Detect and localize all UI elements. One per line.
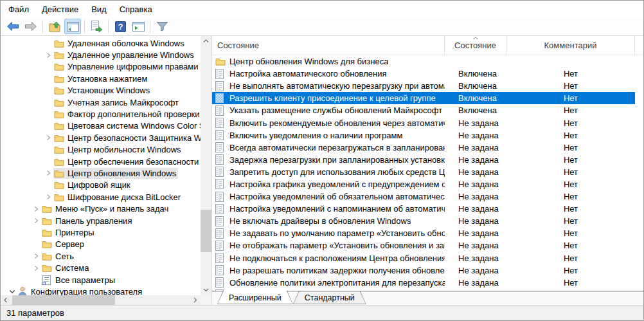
tree-item-body[interactable]: Шифрование диска BitLocker xyxy=(53,192,183,203)
tree-expand-box[interactable] xyxy=(44,96,53,108)
tree-row[interactable]: Управление цифровыми правами Win xyxy=(1,61,201,73)
tree-scroll-right-button[interactable] xyxy=(190,295,201,305)
tree-expand-box[interactable] xyxy=(31,239,41,250)
tree-item-body[interactable]: Установщик Windows xyxy=(53,85,152,96)
tree-row[interactable]: Учетная запись Майкрософт xyxy=(1,96,201,108)
column-header-comment[interactable]: Комментарий xyxy=(506,36,635,55)
tree-item-body[interactable]: Сервер xyxy=(41,239,86,250)
tree-item-body[interactable]: Центр обновления Windows xyxy=(53,168,178,179)
column-header-state[interactable]: Состояние xyxy=(445,36,506,55)
policy-list-row[interactable]: Разрешить клиенту присоединение к целево… xyxy=(212,92,635,104)
tree-row[interactable]: Центр безопасности Защитника Wind xyxy=(1,132,201,143)
menu-item[interactable]: Файл xyxy=(2,2,35,17)
tree-item-body[interactable]: Меню «Пуск» и панель задач xyxy=(41,203,170,214)
tree-expand-box[interactable] xyxy=(31,250,41,262)
tree-row[interactable]: Удаленная оболочка Windows xyxy=(1,37,201,49)
up-one-level-button[interactable] xyxy=(46,19,63,34)
tree-expand-box[interactable] xyxy=(44,179,53,191)
tree-item-body[interactable]: Панель управления xyxy=(41,216,134,226)
tree-scroll-down-button[interactable] xyxy=(201,285,211,295)
tree-row[interactable]: Шифрование диска BitLocker xyxy=(1,191,201,203)
policy-list-row[interactable]: Центр обновления Windows для бизнеса xyxy=(212,55,635,68)
tree-row[interactable]: Принтеры xyxy=(1,226,201,238)
column-header-setting[interactable]: Состояние xyxy=(212,36,445,55)
tree-expand-box[interactable] xyxy=(44,144,53,156)
tree-row[interactable]: Установка нажатием xyxy=(1,73,201,84)
policy-list-row[interactable]: Обновление политики электропитания для п… xyxy=(212,277,635,289)
policy-list-row[interactable]: Настройка уведомлений с напоминанием об … xyxy=(212,203,635,215)
tree-expand-box[interactable] xyxy=(31,215,41,226)
tree-row[interactable]: Цветовая система Windows Color Syst xyxy=(1,120,201,132)
tree-horizontal-scroll-thumb[interactable] xyxy=(12,295,115,305)
chevron-right-icon[interactable] xyxy=(33,265,39,271)
tree-row[interactable]: Цифровой ящик xyxy=(1,179,201,191)
tree-row[interactable]: Конфигурация пользователя xyxy=(1,286,201,295)
chevron-right-icon[interactable] xyxy=(46,134,51,141)
chevron-right-icon[interactable] xyxy=(46,170,51,176)
policy-list-row[interactable]: Запретить доступ для использования любых… xyxy=(212,166,635,178)
tree-expand-box[interactable] xyxy=(31,226,41,238)
tree-horizontal-scrollbar[interactable] xyxy=(1,295,201,305)
tree-row[interactable]: Сеть xyxy=(1,250,201,262)
tree-scroll-up-button[interactable] xyxy=(201,36,211,46)
tree-row[interactable]: Фактор дополнительной проверки по xyxy=(1,108,201,120)
tree-expand-box[interactable] xyxy=(44,61,53,73)
export-list-button[interactable] xyxy=(88,19,105,34)
policy-list-row[interactable]: Всегда автоматически перезагружаться в з… xyxy=(212,142,635,154)
tree-item-body[interactable]: Удаленная оболочка Windows xyxy=(53,38,186,49)
tree-row[interactable]: Все параметры xyxy=(1,274,201,286)
tree-row[interactable]: Центр обновления Windows xyxy=(1,167,201,179)
tree-row[interactable]: Панель управления xyxy=(1,215,201,226)
tree-item-body[interactable]: Система xyxy=(41,262,91,273)
tree-item-body[interactable]: Конфигурация пользователя xyxy=(17,286,144,295)
forward-button[interactable] xyxy=(22,19,39,34)
view-tab[interactable]: Стандартный xyxy=(293,291,366,304)
tree-item-body[interactable]: Центр обеспечения безопасности xyxy=(53,156,201,167)
show-console-tree-button[interactable] xyxy=(64,19,81,34)
policy-list-row[interactable]: Настройка автоматического обновления Вкл… xyxy=(212,68,635,80)
tree-item-body[interactable]: Принтеры xyxy=(41,227,96,238)
filter-button[interactable] xyxy=(154,19,170,34)
tree-expand-box[interactable] xyxy=(31,203,41,214)
tree-item-body[interactable]: Цифровой ящик xyxy=(53,179,132,190)
tree-item-body[interactable]: Учетная запись Майкрософт xyxy=(53,97,181,108)
tree-expand-box[interactable] xyxy=(44,49,53,60)
tree-item-body[interactable]: Установка нажатием xyxy=(53,73,150,84)
tree-row[interactable]: Удаленное управление Windows xyxy=(1,49,201,60)
chevron-right-icon[interactable] xyxy=(33,253,39,259)
chevron-right-icon[interactable] xyxy=(33,206,39,212)
policy-list-row[interactable]: Включить уведомления о наличии программ … xyxy=(212,129,635,142)
tree-scroll-left-button[interactable] xyxy=(1,295,11,305)
tree-row[interactable]: Установщик Windows xyxy=(1,85,201,96)
back-button[interactable] xyxy=(4,19,21,34)
tree-expand-box[interactable] xyxy=(44,73,53,84)
menu-item[interactable]: Вид xyxy=(85,2,113,17)
menu-item[interactable]: Действие xyxy=(35,2,85,17)
policy-list-row[interactable]: Не отображать параметр «Установить обнов… xyxy=(212,239,635,252)
policy-list-row[interactable]: Не задавать по умолчанию параметр «Устан… xyxy=(212,227,635,239)
policy-list-row[interactable]: Указать размещение службы обновлений Май… xyxy=(212,104,635,116)
tree-expand-box[interactable] xyxy=(44,85,53,96)
tree-item-body[interactable]: Все параметры xyxy=(41,275,117,286)
tree-item-body[interactable]: Центр безопасности Защитника Wind xyxy=(53,133,201,143)
tree-expand-box[interactable] xyxy=(31,274,41,286)
tree-expand-box[interactable] xyxy=(44,167,53,179)
tree-item-body[interactable]: Центр мобильности Windows xyxy=(53,144,183,155)
chevron-right-icon[interactable] xyxy=(46,194,51,200)
policy-list-row[interactable]: Настройка уведомлений об обязательном ав… xyxy=(212,190,635,203)
policy-list-row[interactable]: Задержка перезагрузки при запланированны… xyxy=(212,154,635,166)
tree-row[interactable]: Меню «Пуск» и панель задач xyxy=(1,203,201,214)
tree-expand-box[interactable] xyxy=(7,286,17,295)
tree-row[interactable]: Центр мобильности Windows xyxy=(1,144,201,156)
tree-item-body[interactable]: Сеть xyxy=(41,251,76,262)
chevron-down-icon[interactable] xyxy=(9,289,15,295)
tree-vertical-scroll-thumb[interactable] xyxy=(201,210,211,252)
tree-item-body[interactable]: Управление цифровыми правами Win xyxy=(53,61,201,72)
tree-expand-box[interactable] xyxy=(44,108,53,120)
chevron-right-icon[interactable] xyxy=(33,217,39,224)
tree-item-body[interactable]: Удаленное управление Windows xyxy=(53,50,196,60)
policy-list-row[interactable]: Не разрешать политикам задержки получени… xyxy=(212,264,635,277)
menu-item[interactable]: Справка xyxy=(113,2,159,17)
chevron-right-icon[interactable] xyxy=(46,52,51,59)
tree-row[interactable]: Центр обеспечения безопасности xyxy=(1,156,201,167)
